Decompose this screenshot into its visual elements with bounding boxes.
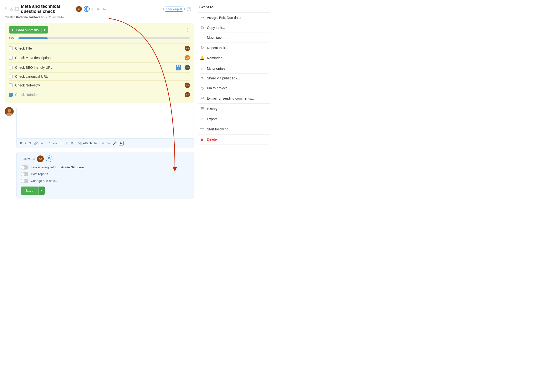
warning-icon: ⚠ [10,7,13,11]
notification-row-1: Task is assigned to... Annie Nicolson [21,165,190,170]
action-label-priorities: My priorities [207,67,225,70]
followers-section: Followers: KJ Task is assigned to... Ann… [17,152,194,198]
subtask-avatar-2: OR [185,55,190,60]
action-history[interactable]: ☰ History [199,104,269,114]
add-subtasks-dropdown-arrow[interactable]: ▾ [43,28,45,32]
action-label-share: Share via public link... [207,76,240,80]
video-button[interactable]: ▶ [119,141,124,145]
bullet-list-button[interactable]: ≡ [65,141,68,145]
action-label-reminder: Reminder... [207,56,224,60]
email-icon: ✉ [200,96,205,101]
action-export[interactable]: ↗ Export [199,114,269,124]
toggle-due-date[interactable] [21,179,28,183]
comment-area-container: B I S 🔗 ✏ " <> ☰ ≡ ⊟ 📎 Attach file [5,107,194,148]
task-complete-checkbox[interactable] [15,7,19,11]
toolbar-divider-3 [99,141,99,145]
action-email[interactable]: ✉ E-mail for sending comments... [199,93,269,103]
progress-percentage: 17% [9,36,16,40]
attach-file-button[interactable]: 📎 Attach file [78,141,97,145]
undo-button[interactable]: ↩ [101,141,105,145]
subtask-item: Check Title KJ [9,43,190,53]
play-icon[interactable]: ▷ [92,7,94,11]
subtask-label-6: Check NoIndex [15,93,182,97]
action-label-email: E-mail for sending comments... [207,96,254,100]
action-repeat[interactable]: ↻ Repeat task... [199,43,269,53]
copy-icon: ⧉ [200,26,205,30]
subtask-checkbox-4[interactable] [9,75,13,78]
pen-button[interactable]: ✏ [40,141,44,145]
subtask-item: Check NoFollow KJ [9,80,190,90]
add-subtasks-button[interactable]: + + Add subtasks ▾ [9,26,48,34]
subtask-item: Check SEO friendly URL Jul1 MN [9,62,190,72]
svg-text:KJ: KJ [77,8,80,10]
subtask-avatar-1: KJ [185,46,190,51]
toggle-cost[interactable] [21,172,28,176]
pin-icon: ◇ [200,86,205,90]
action-assign[interactable]: ✏ Assign, Edit, Due date... [199,13,269,23]
action-label-export: Export [207,117,217,121]
clock-icon[interactable]: 🕐 [187,7,191,11]
subtask-checkbox-1[interactable] [9,46,13,50]
tag-icon[interactable]: 🏷 [103,7,106,11]
subtask-avatar-5: KJ [185,83,190,88]
tag-close-icon[interactable]: ✕ [180,8,182,11]
subtask-label-5: Check NoFollow [15,83,182,87]
edit-icon: ✏ [200,15,205,20]
action-pin[interactable]: ◇ Pin to project [199,83,269,93]
action-priorities[interactable]: ☆ My priorities [199,63,269,74]
subtask-checkbox-3[interactable] [9,66,13,69]
action-reminder[interactable]: 🔔 Reminder... [199,53,269,63]
notification-row-2: Cost reports... [21,172,190,176]
bold-button[interactable]: B [19,141,23,145]
right-panel-title: I want to... [199,5,269,9]
save-button[interactable]: Save [21,187,38,195]
drag-handle-icon[interactable]: ⠿ [5,7,8,11]
save-dropdown-arrow[interactable]: ▾ [38,187,45,195]
subtask-checkbox-6[interactable]: ✓ [9,93,13,97]
numbered-list-button[interactable]: ⊟ [70,141,74,145]
progress-bar-fill [18,37,48,39]
action-delete[interactable]: 🗑 Delete [199,135,269,145]
right-panel: I want to... ✏ Assign, Edit, Due date...… [199,4,269,198]
task-meta: Created Kateřina Jozífová 6.5.2020 at 13… [5,16,194,19]
add-follower-button[interactable] [46,155,52,162]
action-move[interactable]: → Move task... [199,33,269,43]
action-follow[interactable]: 👁 Start following [199,124,269,134]
subtask-item: Check Meta description OR [9,53,190,62]
notification-label-1: Task is assigned to... Annie Nicolson [31,165,84,169]
subtask-avatar-6: KJ [185,92,190,97]
mic-button[interactable]: 🎤 [112,141,117,145]
add-subtasks-label: + + Add subtasks [12,28,41,32]
comment-editor[interactable] [17,107,194,138]
action-label-history: History [207,107,218,111]
reminder-icon: 🔔 [200,56,205,60]
comment-box: B I S 🔗 ✏ " <> ☰ ≡ ⊟ 📎 Attach file [17,107,194,148]
quote-button[interactable]: " [48,141,51,146]
avatar: KJ [76,6,82,12]
subtask-checkbox-2[interactable] [9,56,13,60]
link-button[interactable]: 🔗 [33,141,39,145]
subtasks-menu-icon[interactable]: ⋮ [186,27,190,33]
align-button[interactable]: ☰ [59,141,64,145]
due-date-badge: Jul1 [176,65,181,70]
action-share[interactable]: ⬆ Share via public link... [199,74,269,83]
subtask-label-3: Check SEO friendly URL [15,66,173,69]
action-copy[interactable]: ⧉ Copy task... [199,23,269,33]
notification-row-3: Change due date... [21,179,190,183]
export-icon: ↗ [200,117,205,121]
toolbar-divider [46,141,46,145]
redo-button[interactable]: ↪ [106,141,111,145]
edit-icon[interactable]: ✏ [97,7,100,11]
toggle-assigned[interactable] [21,165,28,170]
action-label-follow: Start following [207,127,228,131]
code-button[interactable]: <> [52,141,58,145]
subtask-checkbox-5[interactable] [9,83,13,87]
follow-icon: 👁 [200,127,205,131]
check-up-tag[interactable]: check-up ✕ [163,7,185,12]
action-label-move: Move task... [207,36,225,40]
notification-label-3: Change due date... [31,179,58,183]
italic-button[interactable]: I [24,141,27,145]
subtask-avatar-3: MN [185,65,190,70]
strikethrough-button[interactable]: S [28,141,32,145]
attach-file-label: Attach file [83,141,97,145]
